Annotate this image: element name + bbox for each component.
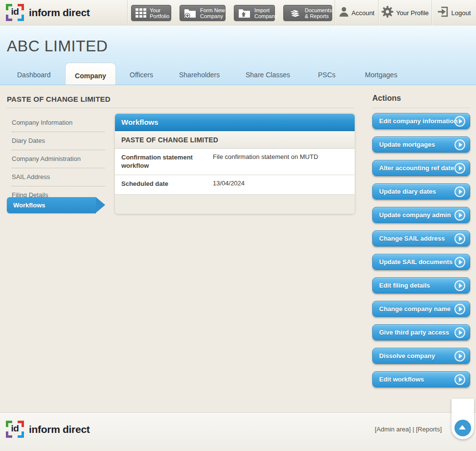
reports-link[interactable]: [Reports] — [416, 426, 442, 433]
sidebar-item-diary-dates[interactable]: Diary Dates — [12, 132, 105, 150]
back-to-top-button[interactable] — [454, 420, 471, 436]
header-brand-logo[interactable]: id inform direct — [6, 4, 90, 21]
update-mortgages-button[interactable]: Update mortgages — [372, 136, 470, 153]
action-label: Update company admin — [379, 211, 451, 219]
footer: id inform direct [Admin area] | [Reports… — [0, 412, 476, 451]
edit-company-information-button[interactable]: Edit company information — [372, 113, 470, 129]
your-profile-label: Your Profile — [396, 9, 429, 17]
play-icon — [454, 304, 465, 315]
actions-heading: Actions — [372, 94, 401, 103]
sidebar-item-workflows-active[interactable]: Workflows — [7, 197, 96, 213]
folder-plus-icon — [184, 8, 197, 19]
account-label: Account — [352, 9, 375, 17]
inform-direct-logo-icon: id — [6, 421, 24, 438]
nav-label-line: Portfolio — [150, 13, 169, 19]
row-label: Scheduled date — [121, 180, 207, 188]
tab-officers[interactable]: Officers — [130, 71, 153, 79]
panel-title: Workflows — [115, 113, 355, 131]
your-profile-link[interactable]: Your Profile — [378, 0, 431, 25]
logout-icon — [437, 6, 449, 20]
play-icon — [454, 257, 465, 268]
page-title: ABC LIMITED — [7, 37, 108, 55]
admin-area-link[interactable]: [Admin area] — [375, 426, 411, 433]
nav-label-line: Documents — [305, 7, 332, 13]
give-third-party-access-button[interactable]: Give third party access — [372, 324, 470, 340]
grid-icon — [136, 8, 146, 18]
action-label: Change SAIL address — [379, 235, 445, 242]
sidebar-item-company-information[interactable]: Company Information — [12, 114, 105, 132]
actions-list: Edit company information Update mortgage… — [372, 113, 470, 387]
panel-subtitle: PASTE OF CHANGE LIMITED — [115, 131, 355, 149]
update-diary-dates-button[interactable]: Update diary dates — [372, 183, 470, 200]
logo-id-text: id — [6, 6, 24, 17]
tab-dashboard[interactable]: Dashboard — [17, 71, 51, 79]
play-icon — [454, 327, 465, 338]
tab-company[interactable]: Company — [65, 63, 116, 85]
row-value: File confirmation statement on MUTD — [213, 153, 318, 160]
nav-label-line: Form New — [200, 7, 225, 13]
play-icon — [454, 116, 465, 127]
update-sail-documents-button[interactable]: Update SAIL documents — [372, 254, 470, 270]
nav-label-line: Company — [254, 13, 277, 19]
footer-links: [Admin area] | [Reports] — [375, 426, 442, 433]
folder-import-icon — [238, 8, 251, 19]
action-label: Edit workflows — [379, 376, 424, 383]
action-label: Give third party access — [379, 329, 449, 336]
table-row: Confirmation statement workflow File con… — [115, 149, 355, 175]
alter-accounting-ref-date-button[interactable]: Alter accounting ref date — [372, 160, 470, 176]
logout-label: Logout — [452, 9, 471, 17]
logout-link[interactable]: Logout — [431, 0, 476, 25]
play-icon — [454, 186, 465, 197]
workflows-panel: Workflows PASTE OF CHANGE LIMITED Confir… — [115, 113, 355, 214]
footer-brand-logo[interactable]: id inform direct — [6, 421, 90, 438]
inform-direct-logo-icon: id — [6, 4, 24, 21]
gear-icon — [382, 6, 393, 20]
edit-filing-details-button[interactable]: Edit filing details — [372, 277, 470, 293]
footer-link-separator: | — [411, 426, 416, 433]
account-link[interactable]: Account — [335, 0, 378, 25]
action-label: Update mortgages — [379, 141, 435, 148]
action-label: Change company name — [379, 305, 451, 313]
import-company-button[interactable]: ImportCompany — [234, 5, 275, 21]
change-company-name-button[interactable]: Change company name — [372, 301, 470, 317]
play-icon — [454, 163, 465, 174]
sidebar-heading: PASTE OF CHANGE LIMITED — [7, 95, 111, 103]
brand-name: inform direct — [29, 7, 90, 19]
change-sail-address-button[interactable]: Change SAIL address — [372, 230, 470, 247]
tab-pscs[interactable]: PSCs — [318, 71, 336, 79]
update-company-admin-button[interactable]: Update company admin — [372, 207, 470, 223]
nav-label-line: Import — [254, 7, 270, 13]
documents-reports-button[interactable]: Documents& Reports — [283, 5, 332, 21]
dissolve-company-button[interactable]: Dissolve company — [372, 348, 470, 364]
sidebar-item-sail-address[interactable]: SAIL Address — [12, 168, 105, 186]
play-icon — [454, 210, 465, 221]
row-value: 13/04/2024 — [213, 180, 245, 187]
panel-footer — [115, 195, 355, 214]
action-label: Update SAIL documents — [379, 258, 453, 266]
nav-label-line: & Reports — [305, 13, 329, 19]
action-label: Edit company information — [379, 117, 457, 125]
play-icon — [454, 139, 465, 150]
header-divider — [127, 0, 128, 25]
action-label: Alter accounting ref date — [379, 164, 454, 172]
action-label: Edit filing details — [379, 282, 430, 289]
row-label: Confirmation statement workflow — [121, 153, 207, 170]
your-portfolio-button[interactable]: YourPortfolio — [131, 5, 171, 21]
sidebar-nav: Company Information Diary Dates Company … — [12, 114, 105, 204]
brand-name: inform direct — [29, 424, 90, 435]
page: id inform direct YourPortfolio — [0, 0, 476, 451]
action-label: Dissolve company — [379, 352, 435, 360]
edit-workflows-button[interactable]: Edit workflows — [372, 371, 470, 387]
sidebar-item-company-administration[interactable]: Company Administration — [12, 150, 105, 168]
action-label: Update diary dates — [379, 188, 436, 195]
person-icon — [339, 6, 349, 19]
form-new-company-button[interactable]: Form NewCompany — [180, 5, 226, 21]
logo-id-text: id — [6, 423, 24, 434]
tab-share-classes[interactable]: Share Classes — [246, 71, 290, 79]
table-row: Scheduled date 13/04/2024 — [115, 175, 355, 195]
back-to-top-container — [452, 399, 474, 439]
nav-label-line: Your — [150, 7, 160, 13]
tab-shareholders[interactable]: Shareholders — [179, 71, 220, 79]
tab-mortgages[interactable]: Mortgages — [365, 71, 397, 79]
nav-label-line: Company — [200, 13, 223, 19]
